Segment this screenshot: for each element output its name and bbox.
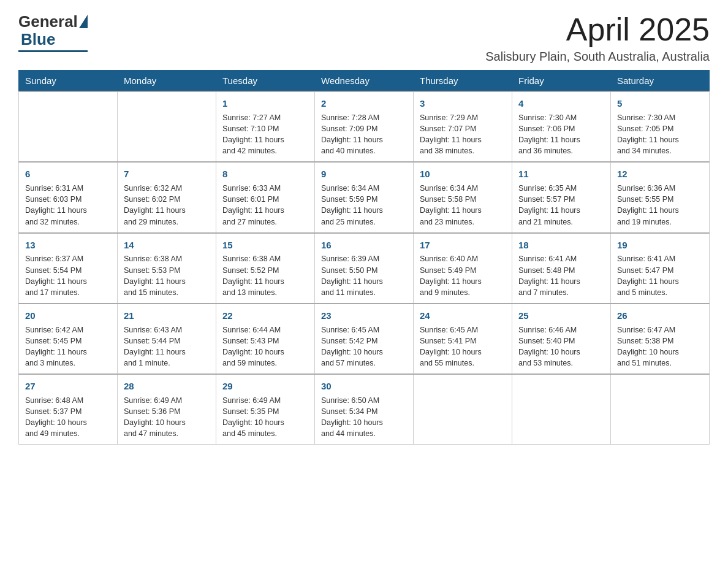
calendar-cell (414, 374, 512, 445)
day-number: 29 (222, 380, 308, 393)
calendar-cell: 13Sunrise: 6:37 AMSunset: 5:54 PMDayligh… (19, 233, 118, 304)
calendar-cell: 5Sunrise: 7:30 AMSunset: 7:05 PMDaylight… (611, 91, 710, 162)
calendar-week-row: 13Sunrise: 6:37 AMSunset: 5:54 PMDayligh… (19, 233, 710, 304)
calendar-cell: 10Sunrise: 6:34 AMSunset: 5:58 PMDayligh… (414, 162, 512, 232)
day-number: 1 (222, 97, 308, 110)
day-info: Sunrise: 6:34 AMSunset: 5:58 PMDaylight:… (420, 183, 506, 228)
day-number: 7 (124, 167, 210, 181)
day-info: Sunrise: 7:28 AMSunset: 7:09 PMDaylight:… (321, 112, 407, 157)
column-header-saturday: Saturday (611, 71, 710, 92)
day-number: 13 (25, 239, 111, 252)
calendar-cell: 22Sunrise: 6:44 AMSunset: 5:43 PMDayligh… (216, 304, 315, 374)
logo-blue-text: Blue (21, 30, 55, 49)
calendar-header-row: SundayMondayTuesdayWednesdayThursdayFrid… (19, 71, 710, 92)
calendar-cell: 30Sunrise: 6:50 AMSunset: 5:34 PMDayligh… (315, 374, 414, 445)
day-info: Sunrise: 6:35 AMSunset: 5:57 PMDaylight:… (518, 183, 604, 228)
day-info: Sunrise: 6:32 AMSunset: 6:02 PMDaylight:… (124, 183, 210, 228)
day-number: 20 (25, 309, 111, 323)
day-number: 4 (518, 97, 604, 110)
calendar-cell: 17Sunrise: 6:40 AMSunset: 5:49 PMDayligh… (414, 233, 512, 304)
calendar-cell: 12Sunrise: 6:36 AMSunset: 5:55 PMDayligh… (611, 162, 710, 232)
calendar-week-row: 1Sunrise: 7:27 AMSunset: 7:10 PMDaylight… (19, 91, 710, 162)
day-number: 5 (617, 97, 703, 110)
calendar-cell: 11Sunrise: 6:35 AMSunset: 5:57 PMDayligh… (512, 162, 611, 232)
column-header-monday: Monday (118, 71, 216, 92)
column-header-friday: Friday (512, 71, 611, 92)
day-info: Sunrise: 7:29 AMSunset: 7:07 PMDaylight:… (420, 112, 506, 157)
day-number: 18 (518, 239, 604, 252)
column-header-thursday: Thursday (414, 71, 512, 92)
calendar-cell: 29Sunrise: 6:49 AMSunset: 5:35 PMDayligh… (216, 374, 315, 445)
calendar-cell: 24Sunrise: 6:45 AMSunset: 5:41 PMDayligh… (414, 304, 512, 374)
day-number: 16 (321, 239, 407, 252)
day-info: Sunrise: 6:48 AMSunset: 5:37 PMDaylight:… (25, 395, 111, 440)
day-info: Sunrise: 6:37 AMSunset: 5:54 PMDaylight:… (25, 253, 111, 298)
day-number: 11 (518, 167, 604, 181)
day-number: 23 (321, 309, 407, 323)
calendar-cell: 28Sunrise: 6:49 AMSunset: 5:36 PMDayligh… (118, 374, 216, 445)
logo: General Blue (18, 12, 88, 52)
calendar-cell: 18Sunrise: 6:41 AMSunset: 5:48 PMDayligh… (512, 233, 611, 304)
day-number: 27 (25, 380, 111, 393)
day-info: Sunrise: 6:45 AMSunset: 5:41 PMDaylight:… (420, 324, 506, 369)
day-info: Sunrise: 6:43 AMSunset: 5:44 PMDaylight:… (124, 324, 210, 369)
location-subtitle: Salisbury Plain, South Australia, Austra… (485, 50, 710, 64)
day-info: Sunrise: 6:38 AMSunset: 5:52 PMDaylight:… (222, 253, 308, 298)
calendar-cell: 15Sunrise: 6:38 AMSunset: 5:52 PMDayligh… (216, 233, 315, 304)
day-info: Sunrise: 6:44 AMSunset: 5:43 PMDaylight:… (222, 324, 308, 369)
day-info: Sunrise: 6:47 AMSunset: 5:38 PMDaylight:… (617, 324, 703, 369)
column-header-sunday: Sunday (19, 71, 118, 92)
day-number: 10 (420, 167, 506, 181)
column-header-tuesday: Tuesday (216, 71, 315, 92)
calendar-cell (19, 91, 118, 162)
calendar-cell: 14Sunrise: 6:38 AMSunset: 5:53 PMDayligh… (118, 233, 216, 304)
day-number: 6 (25, 167, 111, 181)
day-number: 22 (222, 309, 308, 323)
day-info: Sunrise: 6:46 AMSunset: 5:40 PMDaylight:… (518, 324, 604, 369)
day-info: Sunrise: 6:45 AMSunset: 5:42 PMDaylight:… (321, 324, 407, 369)
calendar-cell: 1Sunrise: 7:27 AMSunset: 7:10 PMDaylight… (216, 91, 315, 162)
day-number: 3 (420, 97, 506, 110)
day-info: Sunrise: 6:40 AMSunset: 5:49 PMDaylight:… (420, 253, 506, 298)
day-number: 30 (321, 380, 407, 393)
month-year-title: April 2025 (485, 12, 710, 47)
day-info: Sunrise: 6:36 AMSunset: 5:55 PMDaylight:… (617, 183, 703, 228)
day-number: 14 (124, 239, 210, 252)
calendar-cell: 21Sunrise: 6:43 AMSunset: 5:44 PMDayligh… (118, 304, 216, 374)
calendar-cell (118, 91, 216, 162)
day-number: 24 (420, 309, 506, 323)
day-number: 9 (321, 167, 407, 181)
calendar-cell (611, 374, 710, 445)
page-header: General Blue April 2025 Salisbury Plain,… (18, 12, 710, 64)
day-info: Sunrise: 6:38 AMSunset: 5:53 PMDaylight:… (124, 253, 210, 298)
logo-general-text: General (18, 12, 78, 31)
calendar-cell: 2Sunrise: 7:28 AMSunset: 7:09 PMDaylight… (315, 91, 414, 162)
calendar-table: SundayMondayTuesdayWednesdayThursdayFrid… (18, 70, 710, 445)
logo-triangle-icon (79, 15, 88, 28)
day-info: Sunrise: 6:49 AMSunset: 5:36 PMDaylight:… (124, 395, 210, 440)
day-info: Sunrise: 6:50 AMSunset: 5:34 PMDaylight:… (321, 395, 407, 440)
title-section: April 2025 Salisbury Plain, South Austra… (485, 12, 710, 64)
day-info: Sunrise: 6:41 AMSunset: 5:48 PMDaylight:… (518, 253, 604, 298)
calendar-week-row: 20Sunrise: 6:42 AMSunset: 5:45 PMDayligh… (19, 304, 710, 374)
day-info: Sunrise: 6:39 AMSunset: 5:50 PMDaylight:… (321, 253, 407, 298)
calendar-cell: 26Sunrise: 6:47 AMSunset: 5:38 PMDayligh… (611, 304, 710, 374)
day-number: 17 (420, 239, 506, 252)
calendar-cell: 3Sunrise: 7:29 AMSunset: 7:07 PMDaylight… (414, 91, 512, 162)
day-info: Sunrise: 6:41 AMSunset: 5:47 PMDaylight:… (617, 253, 703, 298)
column-header-wednesday: Wednesday (315, 71, 414, 92)
calendar-cell: 16Sunrise: 6:39 AMSunset: 5:50 PMDayligh… (315, 233, 414, 304)
calendar-cell: 20Sunrise: 6:42 AMSunset: 5:45 PMDayligh… (19, 304, 118, 374)
calendar-cell: 25Sunrise: 6:46 AMSunset: 5:40 PMDayligh… (512, 304, 611, 374)
day-number: 12 (617, 167, 703, 181)
day-number: 26 (617, 309, 703, 323)
day-info: Sunrise: 6:31 AMSunset: 6:03 PMDaylight:… (25, 183, 111, 228)
calendar-cell: 23Sunrise: 6:45 AMSunset: 5:42 PMDayligh… (315, 304, 414, 374)
calendar-cell (512, 374, 611, 445)
calendar-cell: 8Sunrise: 6:33 AMSunset: 6:01 PMDaylight… (216, 162, 315, 232)
day-info: Sunrise: 6:49 AMSunset: 5:35 PMDaylight:… (222, 395, 308, 440)
day-number: 2 (321, 97, 407, 110)
logo-underline (18, 50, 88, 52)
calendar-cell: 19Sunrise: 6:41 AMSunset: 5:47 PMDayligh… (611, 233, 710, 304)
day-info: Sunrise: 6:33 AMSunset: 6:01 PMDaylight:… (222, 183, 308, 228)
